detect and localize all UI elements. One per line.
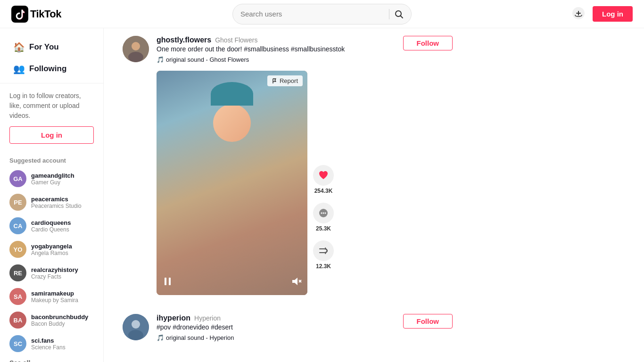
top-navigation: TikTok Log in [0, 0, 644, 28]
svg-point-19 [128, 330, 143, 340]
svg-point-16 [325, 213, 326, 214]
see-all-button[interactable]: See all [0, 355, 40, 362]
suggested-avatar-baconbrunchbuddy: BA [9, 312, 26, 329]
suggested-username-realcrazyhistory: realcrazyhistory [31, 266, 94, 273]
follow-button-ghostly-flowers[interactable]: Follow [403, 36, 453, 50]
video-thumbnail [157, 71, 307, 295]
suggested-avatar-realcrazyhistory: RE [9, 264, 26, 281]
svg-rect-0 [11, 6, 28, 23]
search-button[interactable] [394, 9, 404, 19]
like-count: 254.3K [314, 188, 333, 194]
comment-action[interactable]: 25.3K [313, 203, 334, 232]
sidebar-login-section: Log in to follow creators, like, comment… [0, 83, 103, 151]
feed-display-name: Ghost Flowers [215, 36, 257, 44]
sidebar-label-for-you: For You [29, 42, 59, 52]
feed-item-ghostly-flowers: ghostly.flowers Ghost Flowers One more o… [123, 36, 453, 295]
suggested-username-sci.fans: sci.fans [31, 337, 94, 344]
login-button[interactable]: Log in [593, 6, 633, 22]
suggested-info-peaceramics: peaceramics Peaceramics Studio [31, 196, 94, 209]
home-icon: 🏠 [13, 41, 25, 53]
suggested-item-yogabyangela[interactable]: YO yogabyangela Angela Ramos [0, 238, 103, 261]
suggested-display-cardioqueens: Cardio Queens [31, 226, 94, 233]
feed-sound-ihyperion: 🎵 original sound - Hyperion [157, 334, 234, 341]
feed: ghostly.flowers Ghost Flowers One more o… [104, 28, 644, 362]
feed-user-info: ghostly.flowers Ghost Flowers One more o… [157, 36, 345, 68]
report-button[interactable]: Report [267, 75, 303, 86]
feed-username[interactable]: ghostly.flowers [157, 36, 211, 44]
suggested-display-peaceramics: Peaceramics Studio [31, 203, 94, 209]
mute-button[interactable] [290, 276, 302, 289]
svg-line-2 [401, 16, 403, 18]
suggested-item-peaceramics[interactable]: PE peaceramics Peaceramics Studio [0, 190, 103, 214]
search-divider [389, 9, 389, 19]
tiktok-logo-icon [11, 6, 28, 23]
feed-description: One more order out the door! #smallbusin… [157, 44, 345, 54]
suggested-item-samiramakeup[interactable]: SA samiramakeup Makeup by Samira [0, 285, 103, 308]
search-input[interactable] [240, 10, 384, 18]
svg-point-8 [128, 52, 143, 62]
sidebar-item-following[interactable]: 👥 Following [4, 58, 99, 79]
feed-user-info-ihyperion: ihyperion Hyperion #pov #dronevideo #des… [157, 314, 234, 346]
suggested-username-yogabyangela: yogabyangela [31, 243, 94, 250]
flag-icon [272, 78, 278, 84]
suggested-avatar-gameandglitch: GA [9, 170, 26, 187]
feed-header-ihyperion: ihyperion Hyperion #pov #dronevideo #des… [157, 314, 453, 346]
follow-button-ihyperion[interactable]: Follow [403, 314, 453, 329]
music-icon-ihyperion: 🎵 [157, 334, 164, 341]
suggested-info-baconbrunchbuddy: baconbrunchbuddy Bacon Buddy [31, 313, 94, 327]
svg-rect-10 [169, 278, 171, 285]
feed-item-ihyperion: ihyperion Hyperion #pov #dronevideo #des… [123, 314, 453, 349]
sidebar-item-for-you[interactable]: 🏠 For You [4, 37, 99, 58]
video-player-ghostly-flowers[interactable]: Report [157, 71, 307, 295]
pause-button[interactable] [162, 276, 173, 289]
svg-point-14 [321, 213, 322, 214]
suggested-item-cardioqueens[interactable]: CA cardioqueens Cardio Queens [0, 214, 103, 238]
avatar-ihyperion[interactable] [123, 314, 149, 340]
feed-sound-text-ihyperion[interactable]: original sound - Hyperion [166, 334, 234, 341]
search-area [96, 4, 548, 25]
feed-sound-text[interactable]: original sound - Ghost Flowers [166, 56, 249, 63]
suggested-username-cardioqueens: cardioqueens [31, 219, 94, 226]
suggested-display-baconbrunchbuddy: Bacon Buddy [31, 321, 94, 327]
username-row-ihyperion: ihyperion Hyperion [157, 314, 234, 322]
following-icon: 👥 [13, 63, 25, 74]
sidebar-label-following: Following [29, 64, 66, 74]
suggested-item-gameandglitch[interactable]: GA gameandglitch Gamer Guy [0, 167, 103, 190]
video-actions-ghostly-flowers: 254.3K 25.3K [313, 165, 334, 270]
music-icon: 🎵 [157, 56, 164, 63]
avatar-image [123, 36, 149, 62]
suggested-username-gameandglitch: gameandglitch [31, 172, 94, 179]
svg-point-7 [132, 42, 140, 50]
svg-rect-9 [165, 278, 166, 285]
search-bar [232, 4, 412, 25]
suggested-display-sci.fans: Science Fans [31, 344, 94, 351]
feed-content-ihyperion: ihyperion Hyperion #pov #dronevideo #des… [157, 314, 453, 349]
like-action[interactable]: 254.3K [313, 165, 334, 194]
feed-username-ihyperion[interactable]: ihyperion [157, 314, 190, 322]
suggested-info-gameandglitch: gameandglitch Gamer Guy [31, 172, 94, 186]
pause-icon [162, 276, 173, 287]
share-icon [318, 246, 329, 256]
heart-icon [318, 170, 329, 181]
svg-rect-5 [578, 11, 579, 16]
suggested-info-yogabyangela: yogabyangela Angela Ramos [31, 243, 94, 256]
svg-point-18 [132, 320, 140, 329]
feed-description-ihyperion: #pov #dronevideo #desert [157, 322, 234, 332]
username-row: ghostly.flowers Ghost Flowers [157, 36, 345, 44]
suggested-item-realcrazyhistory[interactable]: RE realcrazyhistory Crazy Facts [0, 261, 103, 285]
share-circle [313, 240, 334, 261]
sidebar-login-button[interactable]: Log in [9, 126, 94, 144]
share-action[interactable]: 12.3K [313, 240, 334, 270]
comment-count: 25.3K [316, 225, 331, 232]
suggested-info-realcrazyhistory: realcrazyhistory Crazy Facts [31, 266, 94, 280]
suggested-item-sci.fans[interactable]: SC sci.fans Science Fans [0, 332, 103, 355]
suggested-username-baconbrunchbuddy: baconbrunchbuddy [31, 313, 94, 321]
suggested-avatar-yogabyangela: YO [9, 241, 26, 258]
feed-sound: 🎵 original sound - Ghost Flowers [157, 56, 345, 63]
report-label: Report [280, 77, 298, 84]
suggested-item-baconbrunchbuddy[interactable]: BA baconbrunchbuddy Bacon Buddy [0, 308, 103, 332]
avatar-ghostly-flowers[interactable] [123, 36, 149, 62]
upload-button[interactable] [572, 7, 585, 21]
search-icon [394, 9, 404, 19]
comment-circle [313, 203, 334, 223]
